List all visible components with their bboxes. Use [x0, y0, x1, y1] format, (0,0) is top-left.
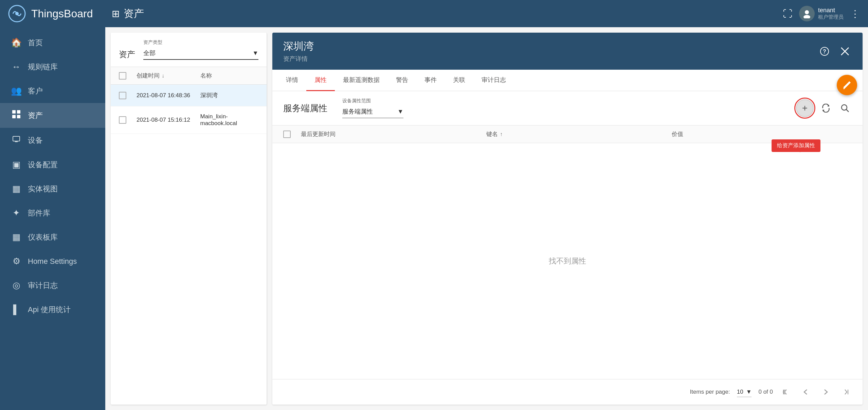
sidebar-item-dashboards[interactable]: ▦ 仪表板库	[0, 225, 105, 249]
sidebar-item-assets[interactable]: 资产	[0, 103, 105, 128]
svg-text:?: ?	[823, 49, 826, 54]
svg-rect-5	[17, 110, 20, 114]
sidebar-item-label: 审计日志	[28, 280, 58, 291]
scope-select-area: 设备属性范围 服务端属性 ▼	[342, 98, 403, 118]
tab-details[interactable]: 详情	[278, 70, 306, 91]
select-all-checkbox[interactable]	[119, 72, 126, 80]
next-page-button[interactable]	[819, 386, 832, 398]
first-page-button[interactable]	[780, 386, 793, 398]
more-menu-button[interactable]: ⋮	[850, 8, 860, 19]
sidebar-item-customers[interactable]: 👥 客户	[0, 79, 105, 103]
detail-panel: 深圳湾 资产详情 ? 详情	[272, 33, 863, 405]
row-checkbox[interactable]	[119, 92, 126, 99]
sidebar-item-home[interactable]: 🏠 首页	[0, 31, 105, 55]
close-button[interactable]	[838, 45, 852, 58]
add-attribute-button[interactable]: +	[796, 99, 814, 117]
pagination: Items per page: 10 ▼ 0 of 0	[272, 379, 863, 405]
main-layout: 🏠 首页 ↔ 规则链库 👥 客户 资产 设备 ▣ 设备配置 ▦	[0, 27, 868, 410]
sidebar-item-label: 规则链库	[28, 62, 58, 72]
sidebar-item-label: Api 使用统计	[28, 305, 71, 315]
scope-label: 设备属性范围	[342, 98, 403, 104]
user-area[interactable]: tenant 租户管理员	[799, 6, 844, 21]
tab-telemetry[interactable]: 最新遥测数据	[335, 70, 388, 91]
tab-events[interactable]: 事件	[416, 70, 445, 91]
attr-col-value-header: 价值	[672, 130, 852, 138]
svg-rect-8	[13, 136, 20, 141]
attributes-content: 服务端属性 设备属性范围 服务端属性 ▼ +	[272, 91, 863, 405]
asset-table-header: 创建时间 ↓ 名称	[111, 67, 267, 85]
detail-header-right: ?	[818, 45, 852, 58]
customers-icon: 👥	[11, 86, 22, 96]
tab-attributes[interactable]: 属性	[306, 70, 335, 91]
detail-header: 深圳湾 资产详情 ?	[272, 33, 863, 70]
sidebar-item-label: 资产	[28, 110, 43, 121]
tooltip-arrow	[797, 149, 803, 152]
filter-label: 资产类型	[143, 39, 258, 46]
user-avatar	[799, 6, 815, 21]
sidebar-item-device-profiles[interactable]: ▣ 设备配置	[0, 153, 105, 177]
asset-type-select[interactable]: 全部 ▼	[143, 47, 258, 60]
refresh-button[interactable]	[819, 101, 833, 115]
filter-value: 全部	[143, 49, 156, 57]
tab-relations[interactable]: 关联	[445, 70, 473, 91]
edit-fab-button[interactable]	[837, 75, 857, 95]
svg-rect-4	[12, 110, 16, 114]
per-page-select[interactable]: 10 ▼	[737, 387, 752, 397]
asset-list-title: 资产	[119, 49, 135, 60]
tab-audit[interactable]: 审计日志	[473, 70, 514, 91]
svg-point-3	[803, 15, 810, 18]
sidebar-item-audit-logs[interactable]: ◎ 审计日志	[0, 273, 105, 297]
col-date-header: 创建时间 ↓	[137, 72, 195, 80]
sort-icon: ↓	[162, 73, 164, 79]
topbar-left: ThingsBoard ⊞ 资产	[8, 5, 144, 22]
table-row[interactable]: 2021-08-07 15:16:12 Main_lixin-macbook.l…	[111, 106, 267, 134]
sidebar-item-rulechain[interactable]: ↔ 规则链库	[0, 55, 105, 79]
search-button[interactable]	[838, 101, 852, 115]
svg-rect-6	[12, 115, 16, 118]
row-date: 2021-08-07 16:48:36	[137, 92, 195, 99]
attr-select-all-checkbox[interactable]	[283, 131, 291, 138]
entity-views-icon: ▦	[11, 184, 22, 194]
svg-point-14	[842, 105, 847, 110]
dropdown-arrow-icon: ▼	[252, 50, 258, 57]
svg-rect-9	[15, 141, 18, 142]
user-info: tenant 租户管理员	[818, 7, 844, 20]
sidebar-item-entity-views[interactable]: ▦ 实体视图	[0, 177, 105, 201]
sidebar-item-devices[interactable]: 设备	[0, 128, 105, 153]
prev-page-button[interactable]	[799, 386, 812, 398]
home-icon: 🏠	[11, 37, 22, 48]
thingsboard-logo-icon	[8, 5, 26, 22]
svg-point-2	[805, 10, 809, 14]
assets-page-icon: ⊞	[112, 8, 120, 19]
assets-icon	[11, 110, 22, 121]
row-checkbox[interactable]	[119, 116, 126, 124]
help-button[interactable]: ?	[818, 45, 831, 58]
fullscreen-button[interactable]: ⛶	[783, 8, 792, 19]
per-page-value: 10	[737, 389, 743, 395]
sidebar: 🏠 首页 ↔ 规则链库 👥 客户 资产 设备 ▣ 设备配置 ▦	[0, 27, 105, 410]
page-title: 资产	[124, 7, 144, 21]
asset-type-filter: 资产类型 全部 ▼	[143, 39, 258, 60]
sidebar-item-api-usage[interactable]: ▌ Api 使用统计	[0, 297, 105, 322]
sidebar-item-home-settings[interactable]: ⚙ Home Settings	[0, 249, 105, 273]
table-row[interactable]: 2021-08-07 16:48:36 深圳湾	[111, 85, 267, 106]
widgets-icon: ✦	[11, 208, 22, 218]
key-sort-icon: ↑	[500, 131, 503, 137]
api-usage-icon: ▌	[11, 304, 22, 315]
last-page-button[interactable]	[839, 386, 852, 398]
rulechain-icon: ↔	[11, 62, 22, 72]
dashboards-icon: ▦	[11, 232, 22, 242]
topbar-right: ⛶ tenant 租户管理员 ⋮	[783, 6, 860, 21]
attributes-section-title: 服务端属性	[283, 102, 327, 114]
sidebar-item-label: 部件库	[28, 208, 50, 218]
col-name-header: 名称	[200, 72, 259, 80]
asset-list-header: 资产 资产类型 全部 ▼	[111, 33, 267, 67]
sidebar-item-label: 客户	[28, 86, 43, 96]
items-per-page-label: Items per page:	[690, 389, 730, 395]
row-date: 2021-08-07 15:16:12	[137, 117, 195, 123]
sidebar-item-widgets[interactable]: ✦ 部件库	[0, 201, 105, 225]
topbar: ThingsBoard ⊞ 资产 ⛶ tenant 租户管理员 ⋮	[0, 0, 868, 27]
scope-dropdown[interactable]: 服务端属性 ▼	[342, 105, 403, 118]
svg-point-1	[15, 12, 19, 15]
tab-alarms[interactable]: 警告	[388, 70, 416, 91]
